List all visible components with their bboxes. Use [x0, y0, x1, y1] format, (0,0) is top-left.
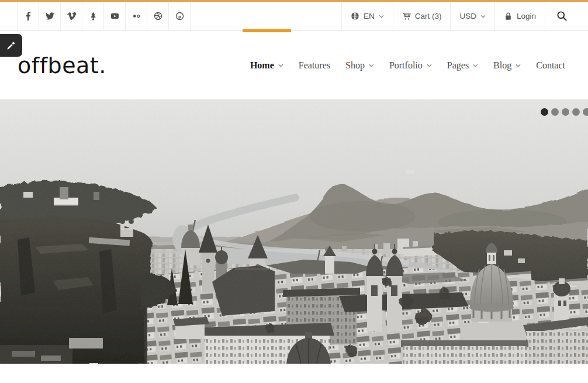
- login-button[interactable]: Login: [494, 2, 545, 30]
- currency-selector[interactable]: USD: [450, 2, 494, 30]
- pinterest-icon: p: [175, 12, 184, 20]
- nav-item-contact[interactable]: Contact: [528, 31, 573, 99]
- social-pinterest[interactable]: p: [169, 2, 191, 30]
- nav-item-blog[interactable]: Blog: [486, 31, 528, 99]
- nav-label: Contact: [536, 60, 565, 71]
- utility-links: EN Cart (3) USD Login: [341, 2, 579, 30]
- eyedropper-icon: [6, 40, 16, 50]
- nav-label: Features: [299, 60, 330, 71]
- carousel-dot-5[interactable]: [583, 108, 588, 116]
- nav-label: Blog: [493, 60, 511, 71]
- social-flickr[interactable]: [126, 2, 147, 30]
- main-nav: Home Features Shop Portfolio Pages: [243, 31, 573, 99]
- twitter-icon: [46, 12, 54, 20]
- language-selector[interactable]: EN: [341, 2, 393, 30]
- chevron-down-icon: [278, 64, 283, 67]
- chevron-down-icon: [427, 64, 432, 67]
- search-button[interactable]: [545, 2, 579, 30]
- social-twitter[interactable]: [39, 2, 61, 30]
- carousel-dot-1[interactable]: [541, 108, 548, 116]
- svg-text:p: p: [178, 13, 181, 19]
- chevron-down-icon: [473, 64, 478, 67]
- nav-label: Portfolio: [389, 60, 423, 71]
- logo[interactable]: offbeat.: [18, 53, 106, 78]
- hero-slider: [0, 99, 588, 364]
- social-forrst[interactable]: [82, 2, 104, 30]
- nav-item-features[interactable]: Features: [291, 31, 338, 99]
- topbar: p EN Cart (3) USD Login: [0, 2, 588, 31]
- social-vimeo[interactable]: [61, 2, 82, 30]
- language-label: EN: [364, 12, 375, 20]
- cart-button[interactable]: Cart (3): [393, 2, 451, 30]
- carousel-dot-3[interactable]: [562, 108, 569, 116]
- currency-label: USD: [459, 12, 476, 20]
- hero-image: [0, 99, 588, 364]
- flickr-icon: [132, 12, 141, 20]
- forrst-tree-icon: [89, 12, 98, 20]
- social-youtube[interactable]: [104, 2, 126, 30]
- dribbble-icon: [154, 12, 162, 20]
- login-label: Login: [517, 12, 536, 20]
- cart-icon: [402, 12, 411, 20]
- nav-item-pages[interactable]: Pages: [440, 31, 486, 99]
- globe-icon: [351, 12, 359, 20]
- carousel-dot-4[interactable]: [572, 108, 580, 116]
- chevron-down-icon: [480, 15, 486, 18]
- site-header: offbeat. Home Features Shop Portfolio: [0, 31, 588, 99]
- nav-label: Shop: [345, 60, 365, 71]
- nav-item-home[interactable]: Home: [243, 31, 291, 99]
- lock-icon: [504, 12, 513, 20]
- search-icon: [556, 11, 568, 22]
- social-dribbble[interactable]: [147, 2, 169, 30]
- cart-label: Cart (3): [415, 12, 442, 20]
- carousel-dot-2[interactable]: [551, 108, 559, 116]
- chevron-down-icon: [516, 64, 521, 67]
- facebook-icon: [24, 12, 33, 20]
- style-switcher-button[interactable]: [0, 34, 22, 57]
- nav-item-portfolio[interactable]: Portfolio: [382, 31, 440, 99]
- youtube-icon: [110, 12, 119, 20]
- chevron-down-icon: [379, 15, 384, 18]
- chevron-down-icon: [369, 64, 374, 67]
- nav-label: Home: [250, 60, 274, 71]
- nav-label: Pages: [447, 60, 469, 71]
- nav-item-shop[interactable]: Shop: [338, 31, 382, 99]
- carousel-dots: [541, 108, 588, 116]
- social-facebook[interactable]: [18, 2, 39, 30]
- social-links: p: [18, 2, 191, 30]
- vimeo-icon: [67, 12, 76, 20]
- page: p EN Cart (3) USD Login: [0, 0, 588, 383]
